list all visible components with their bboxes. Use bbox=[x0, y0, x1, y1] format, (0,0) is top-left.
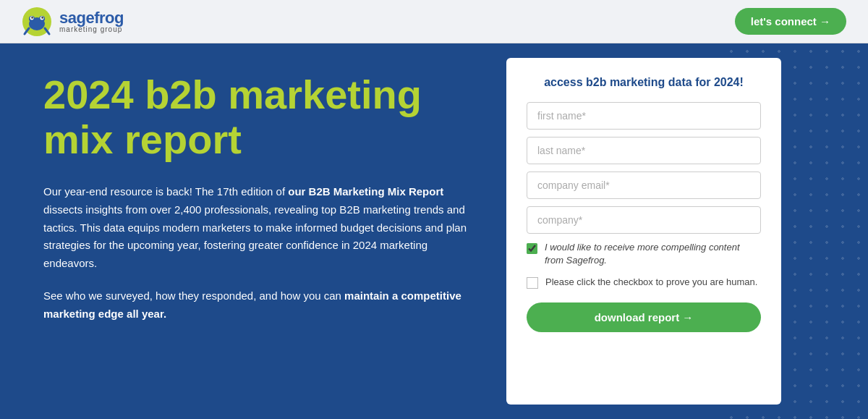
download-button-label: download report → bbox=[595, 311, 694, 323]
lets-connect-button[interactable]: let's connect → bbox=[735, 8, 846, 35]
captcha-row: Please click the checkbox to prove you a… bbox=[527, 276, 761, 289]
consent-checkbox[interactable] bbox=[527, 243, 537, 254]
consent-checkbox-row: I would like to receive more compelling … bbox=[527, 241, 761, 267]
logo-text-group: sagefrog marketing group bbox=[59, 10, 124, 33]
header: sagefrog marketing group let's connect → bbox=[0, 0, 868, 43]
svg-point-6 bbox=[31, 17, 33, 18]
download-report-button[interactable]: download report → bbox=[527, 302, 761, 332]
sagefrog-logo-icon bbox=[22, 7, 52, 37]
logo-main-text: sagefrog bbox=[59, 10, 124, 26]
main-title: 2024 b2b marketing mix report bbox=[43, 72, 470, 161]
logo-area: sagefrog marketing group bbox=[22, 7, 124, 37]
captcha-checkbox[interactable] bbox=[527, 277, 538, 289]
description-text: Our year-end resource is back! The 17th … bbox=[43, 183, 470, 273]
company-input[interactable] bbox=[527, 206, 761, 234]
cta-text: See who we surveyed, how they responded,… bbox=[43, 287, 470, 323]
email-input[interactable] bbox=[527, 172, 761, 199]
form-panel: access b2b marketing data for 2024! I wo… bbox=[506, 58, 781, 405]
logo-sub-text: marketing group bbox=[59, 26, 124, 33]
main-content: 2024 b2b marketing mix report Our year-e… bbox=[0, 43, 868, 419]
form-title: access b2b marketing data for 2024! bbox=[527, 76, 761, 89]
left-panel: 2024 b2b marketing mix report Our year-e… bbox=[0, 43, 506, 419]
consent-label: I would like to receive more compelling … bbox=[545, 241, 761, 267]
first-name-input[interactable] bbox=[527, 102, 761, 130]
svg-point-7 bbox=[41, 17, 43, 18]
captcha-label: Please click the checkbox to prove you a… bbox=[545, 276, 757, 289]
last-name-input[interactable] bbox=[527, 137, 761, 164]
